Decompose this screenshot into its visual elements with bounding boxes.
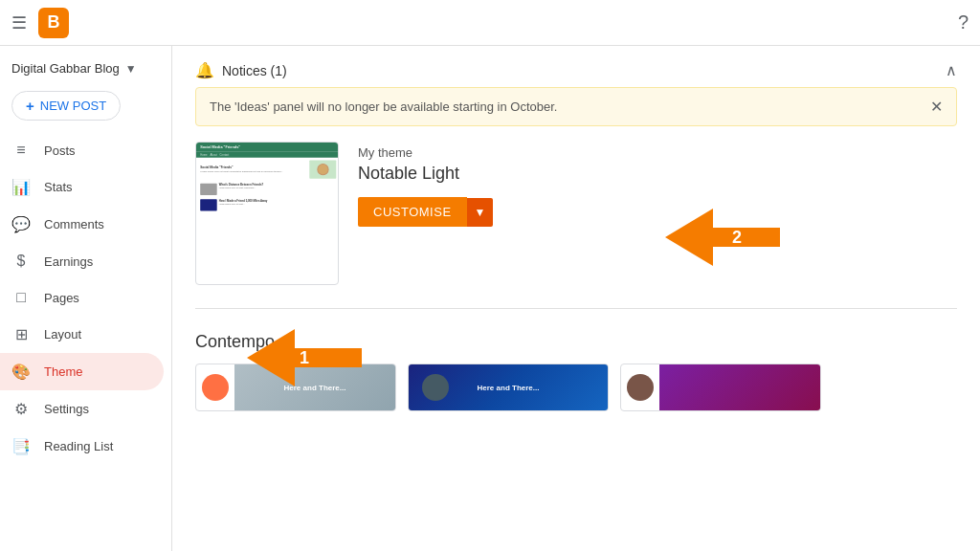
bowl-decoration: [317, 164, 328, 175]
posts-icon: ≡: [11, 142, 31, 159]
sidebar-item-earnings[interactable]: $ Earnings: [0, 243, 164, 279]
notice-message: The 'Ideas' panel will no longer be avai…: [210, 99, 557, 114]
layout-label: Layout: [44, 327, 81, 342]
notice-banner: The 'Ideas' panel will no longer be avai…: [195, 87, 957, 126]
sidebar-item-comments[interactable]: 💬 Comments: [0, 206, 164, 243]
close-notice-button[interactable]: ✕: [930, 98, 943, 116]
content-container: 🔔 Notices (1) ∧ The 'Ideas' panel will n…: [172, 46, 980, 551]
settings-icon: ⚙: [11, 400, 31, 418]
mini-post-image-2: [200, 199, 217, 210]
plus-icon: +: [26, 98, 34, 114]
chevron-up-icon[interactable]: ∧: [946, 61, 957, 79]
theme-thumbnails: Here and There... Here and There...: [195, 364, 957, 411]
customize-row: CUSTOMISE ▼: [358, 197, 493, 227]
settings-label: Settings: [44, 402, 89, 416]
mini-blog-text: Social Media "Friends" Lorem ipsum dolor…: [200, 165, 307, 173]
new-post-button[interactable]: + NEW POST: [11, 91, 121, 121]
earnings-icon: $: [11, 253, 31, 270]
thumb-image-1: Here and There...: [234, 364, 395, 410]
sidebar-item-theme[interactable]: 🎨 Theme: [0, 353, 164, 390]
help-icon[interactable]: ?: [958, 11, 969, 33]
contempo-title: Contempo: [195, 332, 957, 352]
stats-icon: 📊: [11, 178, 31, 196]
pages-icon: □: [11, 289, 31, 306]
new-post-label: NEW POST: [40, 99, 106, 113]
sidebar-item-layout[interactable]: ⊞ Layout: [0, 316, 164, 353]
content-area: 🔔 Notices (1) ∧ The 'Ideas' panel will n…: [172, 46, 980, 551]
posts-label: Posts: [44, 143, 76, 158]
sidebar-item-stats[interactable]: 📊 Stats: [0, 168, 164, 206]
mini-post-image-1: [200, 184, 217, 195]
stats-label: Stats: [44, 180, 73, 194]
earnings-label: Earnings: [44, 254, 93, 269]
sidebar-item-posts[interactable]: ≡ Posts: [0, 132, 164, 168]
mini-blog-hero-image: [309, 161, 336, 179]
topbar-left: ☰ B: [11, 8, 69, 38]
notices-header: 🔔 Notices (1) ∧: [195, 61, 957, 79]
blog-title-text: Digital Gabbar Blog: [11, 61, 120, 76]
bell-icon: 🔔: [195, 61, 214, 79]
my-theme-label: My theme: [358, 145, 493, 160]
thumb-image-3: [659, 364, 820, 410]
pages-label: Pages: [44, 291, 79, 305]
contempo-thumb-2[interactable]: Here and There...: [408, 364, 609, 411]
contempo-thumb-3[interactable]: [620, 364, 821, 411]
contempo-thumb-1[interactable]: Here and There...: [195, 364, 396, 411]
mini-post-2: How I Made a Friend 5,000 Miles Away Lor…: [196, 197, 339, 212]
customize-button[interactable]: CUSTOMISE: [358, 197, 467, 227]
theme-name: Notable Light: [358, 164, 493, 184]
mini-post-text-1: What's Distance Between Friends? Lorem i…: [219, 184, 263, 189]
topbar: ☰ B ?: [0, 0, 980, 46]
mini-blog-preview: Social Media "Friends" HomeAboutContact …: [196, 143, 339, 213]
blogger-logo: B: [38, 8, 69, 38]
comments-label: Comments: [44, 217, 104, 231]
theme-section: Social Media "Friends" HomeAboutContact …: [195, 142, 957, 309]
sidebar-item-pages[interactable]: □ Pages: [0, 279, 164, 316]
main-layout: Digital Gabbar Blog ▼ + NEW POST ≡ Posts…: [0, 46, 980, 551]
notices-label: Notices (1): [222, 63, 287, 78]
dropdown-arrow-icon: ▼: [125, 62, 137, 76]
sidebar-item-reading-list[interactable]: 📑 Reading List: [0, 428, 164, 465]
layout-icon: ⊞: [11, 325, 31, 343]
sidebar-item-settings[interactable]: ⚙ Settings: [0, 390, 164, 428]
sidebar: Digital Gabbar Blog ▼ + NEW POST ≡ Posts…: [0, 46, 172, 551]
mini-post-1: What's Distance Between Friends? Lorem i…: [196, 182, 339, 197]
thumb-avatar-2: [422, 374, 449, 401]
thumb-avatar-3: [627, 374, 654, 401]
customize-dropdown-button[interactable]: ▼: [467, 198, 494, 227]
reading-list-icon: 📑: [11, 437, 31, 455]
comments-icon: 💬: [11, 215, 31, 233]
contempo-section: Contempo Here and There... Here and Ther…: [195, 332, 957, 411]
mini-blog-header: Social Media "Friends": [196, 143, 339, 152]
blog-title-row[interactable]: Digital Gabbar Blog ▼: [0, 54, 171, 87]
thumb-avatar-1: [202, 374, 229, 401]
notices-title: 🔔 Notices (1): [195, 61, 287, 79]
mini-post-text-2: How I Made a Friend 5,000 Miles Away Lor…: [219, 199, 268, 205]
hamburger-icon[interactable]: ☰: [11, 12, 27, 33]
theme-info: My theme Notable Light CUSTOMISE ▼: [358, 142, 493, 285]
mini-blog-hero: Social Media "Friends" Lorem ipsum dolor…: [196, 158, 339, 182]
reading-list-label: Reading List: [44, 439, 113, 453]
theme-preview: Social Media "Friends" HomeAboutContact …: [195, 142, 339, 285]
theme-icon: 🎨: [11, 363, 31, 381]
theme-label: Theme: [44, 364, 82, 379]
